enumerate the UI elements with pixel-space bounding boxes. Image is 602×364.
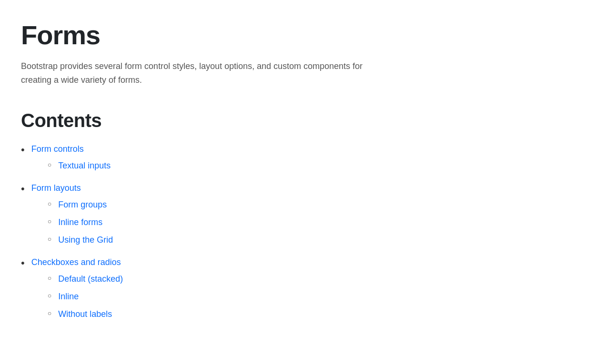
toc-sublist: ○Form groups○Inline forms○Using the Grid — [48, 198, 113, 246]
page-description: Bootstrap provides several form control … — [21, 59, 392, 87]
toc-subitem: ○Default (stacked) — [48, 273, 123, 285]
toc-sublink[interactable]: Inline — [58, 290, 79, 303]
toc-subitem: ○Inline — [48, 290, 123, 303]
bullet-icon: • — [21, 256, 25, 271]
toc-sublink[interactable]: Without labels — [58, 308, 112, 321]
toc-sublink[interactable]: Inline forms — [58, 216, 102, 229]
toc-subitem: ○Without labels — [48, 308, 123, 321]
bullet-icon: • — [21, 143, 25, 157]
toc-item: •Checkboxes and radios○Default (stacked)… — [21, 256, 581, 325]
sub-bullet-icon: ○ — [48, 273, 51, 283]
toc-item-wrapper: Checkboxes and radios○Default (stacked)○… — [31, 256, 123, 325]
sub-bullet-icon: ○ — [48, 290, 51, 301]
toc-item: •Form layouts○Form groups○Inline forms○U… — [21, 182, 581, 251]
toc-sublink[interactable]: Form groups — [58, 198, 107, 211]
page-title: Forms — [21, 19, 581, 51]
toc-sublink[interactable]: Textual inputs — [58, 159, 110, 172]
toc-link[interactable]: Form controls — [31, 144, 84, 154]
toc-sublink[interactable]: Using the Grid — [58, 234, 113, 246]
toc-sublink[interactable]: Default (stacked) — [58, 273, 123, 285]
toc-item-wrapper: Form layouts○Form groups○Inline forms○Us… — [31, 182, 113, 251]
bullet-icon: • — [21, 182, 25, 197]
sub-bullet-icon: ○ — [48, 198, 51, 209]
toc-item-wrapper: Form controls○Textual inputs — [31, 143, 111, 177]
toc-subitem: ○Form groups — [48, 198, 113, 211]
toc-sublist: ○Textual inputs — [48, 159, 111, 172]
sub-bullet-icon: ○ — [48, 159, 51, 170]
sub-bullet-icon: ○ — [48, 234, 51, 244]
toc-link[interactable]: Checkboxes and radios — [31, 257, 121, 267]
toc-list: •Form controls○Textual inputs•Form layou… — [21, 143, 581, 325]
sub-bullet-icon: ○ — [48, 216, 51, 226]
toc-item: •Form controls○Textual inputs — [21, 143, 581, 177]
toc-link[interactable]: Form layouts — [31, 183, 81, 193]
toc-subitem: ○Textual inputs — [48, 159, 111, 172]
toc-sublist: ○Default (stacked)○Inline○Without labels — [48, 273, 123, 321]
toc-subitem: ○Using the Grid — [48, 234, 113, 246]
toc-subitem: ○Inline forms — [48, 216, 113, 229]
contents-heading: Contents — [21, 110, 581, 131]
sub-bullet-icon: ○ — [48, 308, 51, 318]
